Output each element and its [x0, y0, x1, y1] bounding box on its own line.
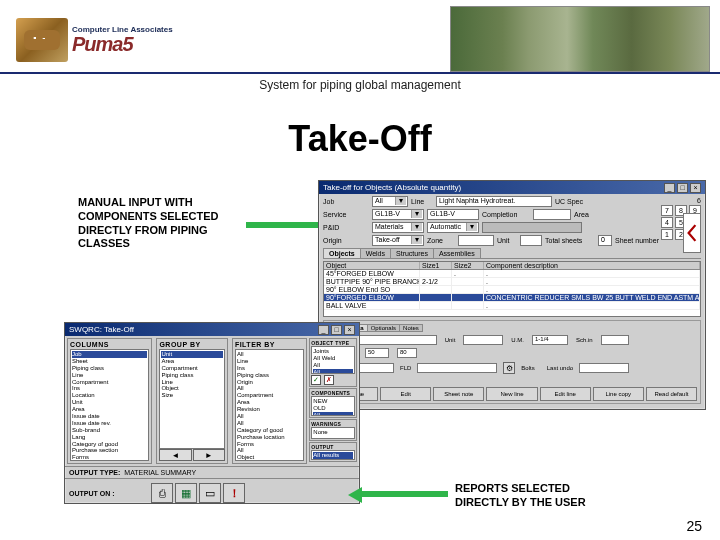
- maximize-icon[interactable]: □: [677, 183, 688, 193]
- list-item[interactable]: All: [237, 413, 302, 420]
- list-item[interactable]: Area: [161, 358, 223, 365]
- list-item[interactable]: All: [237, 420, 302, 427]
- col-desc[interactable]: Component description: [484, 262, 700, 269]
- list-item[interactable]: Forms: [72, 454, 147, 461]
- list-item[interactable]: All: [313, 412, 353, 416]
- list-item[interactable]: Compartment: [161, 365, 223, 372]
- field-line[interactable]: Light Naphta Hydrotreat.: [436, 196, 552, 207]
- groupby-list[interactable]: UnitAreaCompartmentPiping classLineObjec…: [159, 349, 225, 449]
- list-item[interactable]: Origin: [237, 379, 302, 386]
- mini-um[interactable]: 1-1/4: [532, 335, 568, 345]
- table-row[interactable]: BUTTPIPE 90° PIPE BRANCH2-1/2.: [324, 278, 700, 286]
- dtab-notes[interactable]: Notes: [399, 324, 423, 332]
- rack-cell[interactable]: 1: [661, 229, 673, 240]
- list-item[interactable]: OLD: [313, 405, 353, 412]
- table-row[interactable]: 90°FORGED ELBOWCONCENTRIC REDUCER SMLS B…: [324, 294, 700, 302]
- btn-edit[interactable]: Edit: [380, 387, 431, 401]
- btn-sheetnote[interactable]: Sheet note: [433, 387, 484, 401]
- mini-undo[interactable]: [579, 363, 629, 373]
- list-item[interactable]: All: [237, 447, 302, 454]
- rack-cell[interactable]: 4: [661, 217, 673, 228]
- list-item[interactable]: NEW: [313, 398, 353, 405]
- list-item[interactable]: Object: [161, 385, 223, 392]
- mini-qty[interactable]: [354, 363, 394, 373]
- excel-icon[interactable]: ▦: [175, 483, 197, 503]
- list-item[interactable]: Job: [72, 351, 147, 358]
- dtab-optionals[interactable]: Optionals: [367, 324, 400, 332]
- tab-objects[interactable]: Objects: [323, 248, 361, 258]
- field-service[interactable]: GL1B-V: [372, 209, 424, 220]
- tab-structures[interactable]: Structures: [390, 248, 434, 258]
- list-item[interactable]: Category of good: [72, 441, 147, 448]
- move-left-icon[interactable]: ◄: [159, 449, 191, 461]
- list-item[interactable]: Forms: [237, 441, 302, 448]
- field-service2[interactable]: GL1B-V: [427, 209, 479, 220]
- mini-sch[interactable]: 80: [397, 348, 417, 358]
- rack-cell[interactable]: 7: [661, 205, 673, 216]
- warnings-list[interactable]: None: [311, 427, 355, 439]
- list-item[interactable]: Compartment: [237, 392, 302, 399]
- list-item[interactable]: Ins: [72, 385, 147, 392]
- list-item[interactable]: Piping class: [72, 365, 147, 372]
- back-button[interactable]: [683, 213, 701, 253]
- list-item[interactable]: Purchase location: [237, 434, 302, 441]
- list-item[interactable]: Line: [72, 372, 147, 379]
- field-origin1[interactable]: Materials: [372, 222, 424, 233]
- maximize-icon[interactable]: □: [331, 325, 342, 335]
- list-item[interactable]: Issue date: [72, 413, 147, 420]
- list-item[interactable]: Purchase section: [72, 447, 147, 454]
- list-item[interactable]: Sub-brand: [72, 427, 147, 434]
- window-titlebar[interactable]: SWQRC: Take-Off _ □ ×: [65, 323, 359, 336]
- btn-editline[interactable]: Edit line: [540, 387, 591, 401]
- list-item[interactable]: Line: [161, 379, 223, 386]
- list-item[interactable]: None: [313, 429, 353, 436]
- list-item[interactable]: Line: [237, 358, 302, 365]
- list-item[interactable]: Ins: [237, 365, 302, 372]
- btn-readdefault[interactable]: Read default: [646, 387, 697, 401]
- col-size2[interactable]: Size2: [452, 262, 484, 269]
- btn-newline2[interactable]: New line: [486, 387, 537, 401]
- field-zone[interactable]: [458, 235, 494, 246]
- list-item[interactable]: All Weld: [313, 355, 353, 362]
- components-list[interactable]: NEWOLDAll: [311, 396, 355, 416]
- list-item[interactable]: Unit: [161, 351, 223, 358]
- mini-unit[interactable]: [463, 335, 503, 345]
- field-unit[interactable]: [520, 235, 542, 246]
- list-item[interactable]: Piping class: [237, 372, 302, 379]
- list-item[interactable]: Category of good: [237, 427, 302, 434]
- minimize-icon[interactable]: _: [318, 325, 329, 335]
- check-icon[interactable]: ✓: [311, 375, 321, 385]
- list-item[interactable]: Object: [237, 454, 302, 461]
- list-item[interactable]: Area: [72, 406, 147, 413]
- table-row[interactable]: 45°FORGED ELBOW..: [324, 270, 700, 278]
- table-row[interactable]: 90° ELBOW End SO.: [324, 286, 700, 294]
- minimize-icon[interactable]: _: [664, 183, 675, 193]
- tab-assemblies[interactable]: Assemblies: [433, 248, 481, 258]
- page-icon[interactable]: ▭: [199, 483, 221, 503]
- list-item[interactable]: Issue date rev.: [72, 420, 147, 427]
- mini-title[interactable]: [347, 335, 437, 345]
- list-item[interactable]: All: [237, 351, 302, 358]
- field-origin2[interactable]: Automatic: [427, 222, 479, 233]
- list-item[interactable]: Compartment: [72, 379, 147, 386]
- list-item[interactable]: All: [313, 362, 353, 369]
- filterby-list[interactable]: AllLineInsPiping classOriginAllCompartme…: [235, 349, 304, 461]
- mini-fld[interactable]: [417, 363, 497, 373]
- objtype-list[interactable]: JointsAll WeldAllAll: [311, 346, 355, 374]
- bolts-button[interactable]: ⚙: [503, 362, 515, 374]
- list-item[interactable]: Unit: [72, 399, 147, 406]
- field-auto[interactable]: [482, 222, 582, 233]
- list-item[interactable]: Area: [237, 399, 302, 406]
- col-object[interactable]: Object: [324, 262, 420, 269]
- mini-b[interactable]: 50: [365, 348, 389, 358]
- field-takeoff[interactable]: Take-off: [372, 235, 424, 246]
- table-row[interactable]: BALL VALVE.: [324, 302, 700, 310]
- columns-list[interactable]: JobSheetPiping classLineCompartmentInsLo…: [70, 349, 149, 461]
- output-list[interactable]: All results: [311, 450, 355, 460]
- list-item[interactable]: Size: [161, 392, 223, 399]
- list-item[interactable]: Revision: [237, 406, 302, 413]
- cross-icon[interactable]: ✗: [324, 375, 334, 385]
- field-job[interactable]: All: [372, 196, 408, 207]
- close-icon[interactable]: ×: [344, 325, 355, 335]
- col-size1[interactable]: Size1: [420, 262, 452, 269]
